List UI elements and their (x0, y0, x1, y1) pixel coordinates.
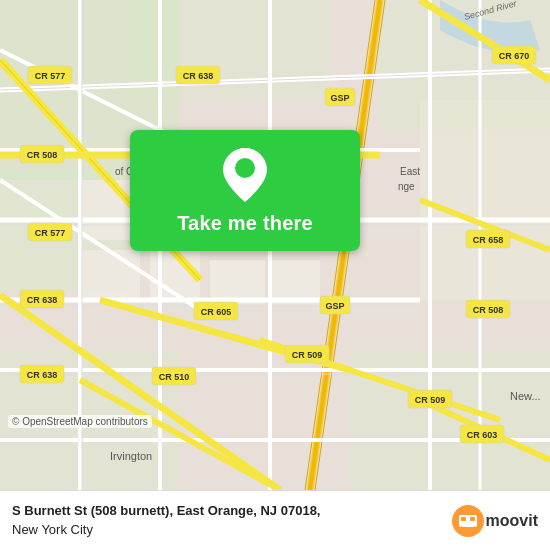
svg-rect-5 (420, 100, 550, 300)
svg-text:CR 638: CR 638 (183, 71, 214, 81)
moovit-logo: moovit (452, 505, 538, 537)
svg-text:GSP: GSP (325, 301, 344, 311)
map-container: CR 577 CR 508 CR 577 CR 638 GSP CR 670 C… (0, 0, 550, 490)
svg-text:CR 509: CR 509 (415, 395, 446, 405)
svg-text:CR 670: CR 670 (499, 51, 530, 61)
svg-text:New...: New... (510, 390, 541, 402)
svg-text:CR 658: CR 658 (473, 235, 504, 245)
svg-text:nge: nge (398, 181, 415, 192)
svg-text:East: East (400, 166, 420, 177)
moovit-text: moovit (486, 512, 538, 530)
svg-text:CR 638: CR 638 (27, 370, 58, 380)
svg-text:CR 508: CR 508 (473, 305, 504, 315)
svg-rect-94 (470, 517, 475, 521)
svg-rect-11 (80, 250, 140, 300)
svg-point-92 (471, 526, 476, 531)
info-bar: S Burnett St (508 burnett), East Orange,… (0, 490, 550, 550)
svg-point-91 (459, 526, 464, 531)
svg-text:GSP: GSP (330, 93, 349, 103)
osm-text: © OpenStreetMap contributors (12, 416, 148, 427)
address-line1: S Burnett St (508 burnett), East Orange,… (12, 502, 452, 520)
svg-text:CR 605: CR 605 (201, 307, 232, 317)
take-me-there-button[interactable]: Take me there (130, 130, 360, 251)
svg-text:CR 508: CR 508 (27, 150, 58, 160)
svg-text:Irvington: Irvington (110, 450, 152, 462)
svg-text:CR 577: CR 577 (35, 71, 66, 81)
moovit-bus-icon (452, 505, 484, 537)
location-pin-icon (223, 148, 267, 202)
svg-rect-90 (459, 515, 477, 527)
svg-text:CR 510: CR 510 (159, 372, 190, 382)
svg-text:CR 638: CR 638 (27, 295, 58, 305)
svg-text:CR 577: CR 577 (35, 228, 66, 238)
svg-rect-93 (461, 517, 466, 521)
svg-text:CR 603: CR 603 (467, 430, 498, 440)
svg-point-88 (235, 158, 255, 178)
svg-text:CR 509: CR 509 (292, 350, 323, 360)
address-block: S Burnett St (508 burnett), East Orange,… (12, 502, 452, 538)
address-line2: New York City (12, 521, 452, 539)
osm-attribution: © OpenStreetMap contributors (8, 415, 152, 428)
take-me-there-label: Take me there (177, 212, 313, 235)
